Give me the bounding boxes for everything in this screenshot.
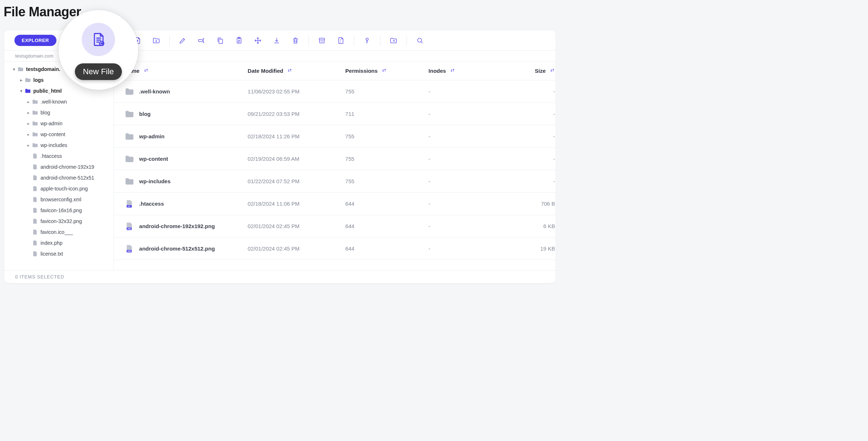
tree-item[interactable]: android-chrome-512x51	[4, 172, 114, 183]
open-location-icon	[390, 37, 397, 45]
archive-button[interactable]	[314, 34, 330, 47]
move-button[interactable]	[250, 34, 266, 47]
separator	[380, 35, 380, 46]
chevron-right-icon[interactable]: ▸	[26, 121, 31, 126]
file-icon	[32, 197, 38, 202]
folder-icon	[25, 88, 31, 93]
table-row[interactable]: blog09/21/2022 03:53 PM711--	[114, 103, 556, 125]
col-date[interactable]: Date Modified	[248, 67, 345, 74]
tooltip-new-file: New File	[75, 63, 122, 80]
tree-item[interactable]: apple-touch-icon.png	[4, 183, 114, 194]
chevron-right-icon[interactable]: ▸	[26, 100, 31, 104]
sort-icon	[450, 67, 455, 74]
row-size: -	[553, 156, 555, 162]
chevron-right-icon[interactable]: ▸	[26, 110, 31, 115]
paste-button[interactable]	[231, 34, 247, 47]
edit-button[interactable]	[175, 34, 191, 47]
chevron-right-icon[interactable]: ▸	[26, 132, 31, 137]
tree-item[interactable]: favicon-32x32.png	[4, 216, 114, 227]
table-row[interactable]: wp-admin02/18/2024 11:26 PM755--	[114, 125, 556, 148]
extract-button[interactable]	[333, 34, 349, 47]
rename-button[interactable]	[193, 34, 209, 47]
tree-item[interactable]: index.php	[4, 238, 114, 248]
tree-label: favicon-32x32.png	[41, 218, 82, 224]
tree-item[interactable]: ▸wp-content	[4, 129, 114, 140]
table-row[interactable]: .HT...htaccess02/18/2024 11:06 PM644-706…	[114, 193, 556, 215]
row-date: 02/18/2024 11:26 PM	[248, 133, 345, 139]
table-row[interactable]: wp-content02/19/2024 06:59 AM755--	[114, 148, 556, 170]
png-file-icon: .PNG	[125, 222, 134, 230]
table-header: Name Date Modified Permissions	[114, 62, 556, 80]
tree-item[interactable]: .htaccess	[4, 151, 114, 161]
copy-icon	[216, 37, 224, 45]
tree-item[interactable]: ▸wp-includes	[4, 140, 114, 151]
table-row[interactable]: wp-includes01/22/2024 07:52 PM755--	[114, 170, 556, 193]
row-name: .htaccess	[139, 201, 164, 207]
tree-label: android-chrome-192x19	[41, 164, 94, 170]
new-file-highlight[interactable]	[82, 23, 115, 56]
row-date: 02/18/2024 11:06 PM	[248, 201, 345, 207]
chevron-right-icon[interactable]: ▸	[19, 78, 24, 83]
col-inodes[interactable]: Inodes	[429, 67, 501, 74]
chevron-right-icon[interactable]: ▸	[26, 143, 31, 148]
tree-item[interactable]: ▸.well-known	[4, 96, 114, 107]
row-size: -	[553, 111, 555, 117]
table-row[interactable]: .well-known11/06/2023 02:55 PM755--	[114, 80, 556, 103]
tree-item[interactable]: favicon.ico___	[4, 227, 114, 238]
tab-explorer[interactable]: EXPLORER	[14, 35, 56, 46]
tree-item[interactable]: android-chrome-192x19	[4, 161, 114, 172]
search-button[interactable]	[412, 34, 428, 47]
tree-item[interactable]: browserconfig.xml	[4, 194, 114, 205]
body-row: ▾testsgdomain.▸logs▾public_html▸.well-kn…	[4, 62, 556, 270]
folder-icon	[125, 110, 134, 118]
file-icon	[32, 230, 38, 235]
table-row[interactable]: .PNGandroid-chrome-192x192.png02/01/2024…	[114, 215, 556, 238]
chevron-down-icon[interactable]: ▾	[19, 89, 24, 93]
file-icon	[32, 219, 38, 224]
tree-item[interactable]: favicon-16x16.png	[4, 205, 114, 216]
row-inodes: -	[429, 223, 501, 229]
svg-rect-2	[198, 39, 202, 42]
folder-icon	[32, 143, 38, 148]
upload-folder-icon	[152, 37, 160, 45]
tree-label: index.php	[41, 240, 63, 246]
tree-label: public_html	[33, 88, 62, 94]
tree-label: .well-known	[41, 99, 67, 105]
delete-button[interactable]	[288, 34, 303, 47]
chevron-down-icon[interactable]: ▾	[12, 67, 17, 72]
row-name: wp-admin	[139, 133, 165, 139]
copy-button[interactable]	[212, 34, 228, 47]
tree-item[interactable]: license.txt	[4, 248, 114, 259]
file-icon	[32, 164, 38, 169]
col-size[interactable]: Size	[501, 67, 555, 74]
svg-rect-3	[219, 39, 222, 43]
upload-folder-button[interactable]	[148, 34, 164, 47]
separator	[169, 35, 170, 46]
svg-point-8	[417, 38, 421, 42]
row-date: 02/01/2024 02:45 PM	[248, 245, 345, 252]
separator	[407, 35, 407, 46]
col-size-label: Size	[535, 68, 546, 74]
tree-item[interactable]: ▸wp-admin	[4, 118, 114, 129]
folder-icon	[32, 132, 38, 137]
row-date: 02/19/2024 06:59 AM	[248, 156, 345, 162]
folder-icon	[32, 110, 38, 115]
file-icon	[32, 240, 38, 245]
download-button[interactable]	[269, 34, 285, 47]
sidebar-tree[interactable]: ▾testsgdomain.▸logs▾public_html▸.well-kn…	[4, 62, 114, 270]
table-row[interactable]: .PNGandroid-chrome-512x512.png02/01/2024…	[114, 238, 556, 260]
open-location-button[interactable]	[386, 34, 401, 47]
file-icon	[32, 208, 38, 213]
col-name[interactable]: Name	[125, 67, 248, 74]
separator	[309, 35, 309, 46]
tree-label: apple-touch-icon.png	[41, 186, 88, 192]
tree-label: testsgdomain.	[26, 66, 60, 72]
col-permissions[interactable]: Permissions	[345, 67, 429, 74]
permissions-button[interactable]	[359, 34, 375, 47]
tree-item[interactable]: ▸blog	[4, 107, 114, 118]
row-inodes: -	[429, 178, 501, 184]
row-inodes: -	[429, 133, 501, 139]
search-icon	[416, 37, 424, 45]
folder-icon	[25, 77, 31, 83]
rename-icon	[197, 37, 205, 45]
